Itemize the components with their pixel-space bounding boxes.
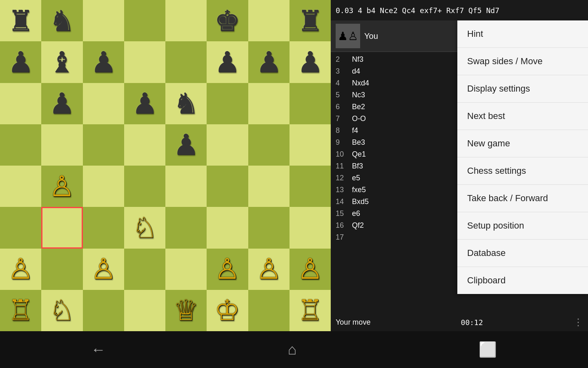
chess-piece: ♘: [132, 213, 158, 242]
board-cell-1-5[interactable]: ♟: [207, 41, 248, 83]
board-cell-5-7[interactable]: [290, 207, 331, 248]
board-cell-4-2[interactable]: [83, 166, 124, 207]
board-cell-1-0[interactable]: ♟: [0, 41, 41, 83]
move-number: 15: [336, 209, 352, 218]
board-cell-5-6[interactable]: [248, 207, 290, 248]
board-cell-5-0[interactable]: [0, 207, 41, 248]
board-cell-7-7[interactable]: ♖: [290, 290, 331, 331]
move-white: Be3: [352, 138, 468, 147]
board-cell-6-3[interactable]: [124, 249, 165, 290]
board-cell-7-4[interactable]: ♕: [165, 290, 207, 331]
board-cell-2-3[interactable]: ♟: [124, 83, 165, 124]
move-number: 3: [336, 67, 352, 76]
board-cell-0-5[interactable]: ♚: [207, 0, 248, 41]
board-cell-7-6[interactable]: [248, 290, 290, 331]
board-cell-0-0[interactable]: ♜: [0, 0, 41, 41]
board-cell-6-7[interactable]: ♙: [290, 249, 331, 290]
board-cell-1-4[interactable]: [165, 41, 207, 83]
board-cell-4-7[interactable]: [290, 166, 331, 207]
board-cell-3-7[interactable]: [290, 124, 331, 166]
board-cell-1-1[interactable]: ♝: [41, 41, 82, 83]
board-cell-3-4[interactable]: ♟: [165, 124, 207, 166]
move-number: 17: [336, 233, 352, 242]
menu-item-next-best[interactable]: Next best: [457, 103, 588, 130]
board-cell-2-4[interactable]: ♞: [165, 83, 207, 124]
menu-item-setup-position[interactable]: Setup position: [457, 212, 588, 240]
board-cell-2-6[interactable]: [248, 83, 290, 124]
player-avatar: ♟♙: [336, 24, 360, 48]
board-cell-5-5[interactable]: [207, 207, 248, 248]
chess-piece: ♝: [49, 48, 75, 76]
engine-bar: 0.03 4 b4 Nce2 Qc4 exf7+ Rxf7 Qf5 Nd7: [331, 0, 588, 20]
three-dots-menu[interactable]: ⋮: [573, 316, 583, 328]
board-cell-0-4[interactable]: [165, 0, 207, 41]
board-cell-4-3[interactable]: [124, 166, 165, 207]
chess-board[interactable]: ♜♞♚♜♟♝♟♟♟♟♟♟♞♟♙♘♙♙♙♙♙♖♘♕♔♖: [0, 0, 331, 331]
board-cell-2-5[interactable]: [207, 83, 248, 124]
chess-piece: ♙: [297, 255, 323, 283]
board-cell-4-0[interactable]: [0, 166, 41, 207]
board-cell-5-1[interactable]: [41, 207, 82, 248]
board-cell-4-1[interactable]: ♙: [41, 166, 82, 207]
status-bar: Your move 00:12 ⋮: [331, 313, 588, 331]
move-number: 2: [336, 55, 352, 64]
move-number: 5: [336, 91, 352, 99]
board-cell-7-0[interactable]: ♖: [0, 290, 41, 331]
board-cell-2-7[interactable]: [290, 83, 331, 124]
board-cell-0-1[interactable]: ♞: [41, 0, 82, 41]
chess-piece: ♙: [8, 255, 33, 283]
board-cell-4-4[interactable]: [165, 166, 207, 207]
menu-item-new-game[interactable]: New game: [457, 130, 588, 157]
board-cell-0-7[interactable]: ♜: [290, 0, 331, 41]
move-number: 9: [336, 138, 352, 147]
board-cell-1-3[interactable]: [124, 41, 165, 83]
board-cell-6-4[interactable]: [165, 249, 207, 290]
board-cell-2-0[interactable]: [0, 83, 41, 124]
board-cell-5-3[interactable]: ♘: [124, 207, 165, 248]
board-cell-3-3[interactable]: [124, 124, 165, 166]
board-cell-7-1[interactable]: ♘: [41, 290, 82, 331]
menu-item-display-settings[interactable]: Display settings: [457, 75, 588, 103]
board-cell-6-6[interactable]: ♙: [248, 249, 290, 290]
menu-item-clipboard[interactable]: Clipboard: [457, 267, 588, 294]
menu-item-chess-settings[interactable]: Chess settings: [457, 157, 588, 185]
chess-piece: ♜: [8, 7, 33, 35]
board-cell-3-6[interactable]: [248, 124, 290, 166]
board-cell-1-6[interactable]: ♟: [248, 41, 290, 83]
board-cell-7-3[interactable]: [124, 290, 165, 331]
chess-piece: ♟: [256, 48, 282, 76]
move-white: O-O: [352, 114, 468, 123]
chess-piece: ♟: [132, 89, 158, 118]
menu-item-database[interactable]: Database: [457, 240, 588, 267]
board-cell-4-5[interactable]: [207, 166, 248, 207]
board-cell-1-2[interactable]: ♟: [83, 41, 124, 83]
board-cell-1-7[interactable]: ♟: [290, 41, 331, 83]
board-cell-2-2[interactable]: [83, 83, 124, 124]
board-cell-6-0[interactable]: ♙: [0, 249, 41, 290]
board-cell-5-2[interactable]: [83, 207, 124, 248]
board-cell-4-6[interactable]: [248, 166, 290, 207]
board-cell-6-2[interactable]: ♙: [83, 249, 124, 290]
board-cell-5-4[interactable]: [165, 207, 207, 248]
recents-button[interactable]: ⬜: [479, 341, 497, 358]
board-cell-6-1[interactable]: [41, 249, 82, 290]
board-cell-7-2[interactable]: [83, 290, 124, 331]
board-cell-3-1[interactable]: [41, 124, 82, 166]
board-cell-6-5[interactable]: ♙: [207, 249, 248, 290]
board-cell-0-3[interactable]: [124, 0, 165, 41]
board-cell-3-0[interactable]: [0, 124, 41, 166]
menu-item-swap-sides[interactable]: Swap sides / Move: [457, 48, 588, 75]
board-cell-7-5[interactable]: ♔: [207, 290, 248, 331]
board-cell-0-6[interactable]: [248, 0, 290, 41]
board-cell-3-5[interactable]: [207, 124, 248, 166]
board-cell-2-1[interactable]: ♟: [41, 83, 82, 124]
board-cell-3-2[interactable]: [83, 124, 124, 166]
home-button[interactable]: ⌂: [288, 341, 297, 358]
chess-piece: ♕: [173, 296, 199, 325]
menu-item-hint[interactable]: Hint: [457, 20, 588, 48]
engine-analysis: 0.03 4 b4 Nce2 Qc4 exf7+ Rxf7 Qf5 Nd7: [336, 6, 499, 15]
back-button[interactable]: ←: [91, 341, 106, 358]
board-cell-0-2[interactable]: [83, 0, 124, 41]
move-white: d4: [352, 67, 468, 76]
menu-item-take-back[interactable]: Take back / Forward: [457, 185, 588, 212]
